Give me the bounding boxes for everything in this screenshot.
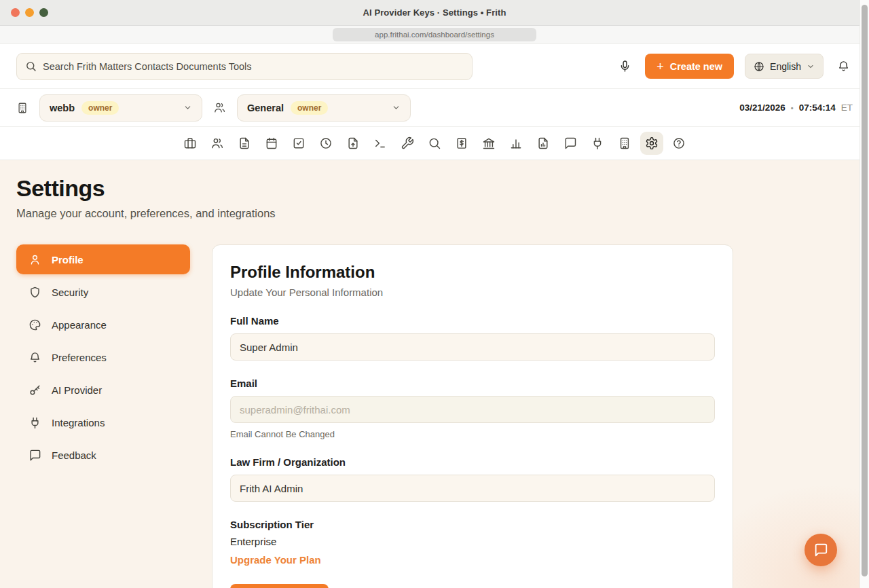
- minimize-window-button[interactable]: [25, 8, 34, 17]
- nav-contacts-button[interactable]: [206, 132, 229, 155]
- scrollbar-track[interactable]: [859, 0, 869, 588]
- global-search[interactable]: [16, 53, 473, 80]
- wrench-icon: [401, 136, 414, 150]
- clock-icon: [319, 136, 333, 150]
- nav-settings-button[interactable]: [640, 132, 663, 155]
- search-icon: [25, 60, 37, 72]
- sidebar-item-appearance[interactable]: Appearance: [16, 310, 190, 339]
- timezone-label: ET: [841, 103, 853, 113]
- group-selector[interactable]: General owner: [237, 94, 411, 122]
- context-bar: webb owner General owner 03/21/2026 • 07…: [0, 89, 869, 127]
- zoom-window-button[interactable]: [39, 8, 48, 17]
- notifications-button[interactable]: [834, 57, 853, 75]
- firm-selector[interactable]: webb owner: [39, 94, 202, 122]
- nav-terminal-button[interactable]: [369, 132, 392, 155]
- help-icon: [672, 136, 686, 150]
- users-icon: [210, 136, 224, 150]
- settings-sidebar: Profile Security Appearance Preferences …: [16, 244, 190, 473]
- nav-reports-button[interactable]: [532, 132, 555, 155]
- search-input[interactable]: [43, 61, 464, 72]
- shield-icon: [29, 286, 41, 299]
- nav-time-button[interactable]: [314, 132, 337, 155]
- check-square-icon: [292, 136, 306, 150]
- sidebar-item-label: AI Provider: [52, 384, 102, 396]
- nav-firm-button[interactable]: [613, 132, 636, 155]
- save-changes-button[interactable]: Save Changes: [230, 584, 329, 588]
- nav-calendar-button[interactable]: [260, 132, 283, 155]
- main-nav-toolbar: [0, 127, 869, 160]
- language-label: English: [770, 61, 801, 72]
- email-label: Email: [230, 378, 715, 389]
- close-window-button[interactable]: [11, 8, 20, 17]
- users-icon: [213, 101, 226, 114]
- sidebar-item-feedback[interactable]: Feedback: [16, 440, 190, 470]
- sidebar-item-integrations[interactable]: Integrations: [16, 407, 190, 437]
- user-icon: [29, 253, 41, 266]
- chevron-down-icon: [807, 62, 815, 71]
- address-pill[interactable]: app.frithai.com/dashboard/settings: [333, 28, 536, 41]
- email-helper-text: Email Cannot Be Changed: [230, 429, 715, 439]
- sidebar-item-label: Integrations: [52, 417, 105, 428]
- chat-fab-button[interactable]: [805, 534, 837, 566]
- calendar-icon: [265, 136, 278, 150]
- full-name-label: Full Name: [230, 315, 715, 327]
- group-role-badge: owner: [291, 101, 328, 115]
- terminal-icon: [373, 136, 387, 150]
- upgrade-plan-link[interactable]: Upgrade Your Plan: [230, 554, 321, 566]
- nav-documents-button[interactable]: [233, 132, 256, 155]
- microphone-button[interactable]: [616, 57, 634, 75]
- firm-name: webb: [50, 103, 75, 113]
- sidebar-item-preferences[interactable]: Preferences: [16, 342, 190, 372]
- sidebar-item-label: Feedback: [52, 449, 96, 461]
- plus-icon: +: [657, 60, 664, 73]
- profile-information-card: Profile Information Update Your Personal…: [212, 244, 733, 588]
- chevron-down-icon: [392, 103, 401, 112]
- nav-search-button[interactable]: [423, 132, 446, 155]
- nav-billing-button[interactable]: [450, 132, 473, 155]
- full-name-field[interactable]: [230, 333, 715, 361]
- create-new-button[interactable]: + Create new: [645, 54, 734, 79]
- email-field[interactable]: [230, 396, 715, 423]
- nav-briefcase-button[interactable]: [179, 132, 202, 155]
- nav-integrations-button[interactable]: [586, 132, 609, 155]
- nav-file-upload-button[interactable]: [341, 132, 365, 155]
- key-icon: [29, 384, 41, 397]
- nav-analytics-button[interactable]: [504, 132, 528, 155]
- sidebar-item-ai-provider[interactable]: AI Provider: [16, 375, 190, 405]
- message-icon: [29, 449, 41, 462]
- organization-field[interactable]: [230, 475, 715, 502]
- create-new-label: Create new: [670, 61, 722, 72]
- search-icon: [428, 136, 441, 150]
- document-icon: [238, 136, 251, 150]
- sidebar-item-label: Profile: [52, 254, 84, 265]
- briefcase-icon: [183, 136, 197, 150]
- bar-chart-icon: [509, 136, 523, 150]
- card-subtitle: Update Your Personal Information: [230, 287, 715, 298]
- nav-tasks-button[interactable]: [287, 132, 310, 155]
- date-value: 03/21/2026: [739, 103, 785, 113]
- time-value: 07:54:14: [799, 103, 836, 113]
- bell-icon: [837, 60, 850, 73]
- sidebar-item-profile[interactable]: Profile: [16, 244, 190, 274]
- invoice-icon: [455, 136, 468, 150]
- nav-chat-button[interactable]: [559, 132, 582, 155]
- file-up-icon: [346, 136, 360, 150]
- traffic-lights: [11, 0, 48, 25]
- dot-separator: •: [791, 104, 794, 112]
- plug-icon: [29, 416, 41, 429]
- sidebar-item-security[interactable]: Security: [16, 277, 190, 307]
- page-subtitle: Manage your account, preferences, and in…: [16, 207, 853, 220]
- report-icon: [536, 136, 550, 150]
- nav-tools-button[interactable]: [396, 132, 419, 155]
- sidebar-item-label: Appearance: [52, 319, 107, 331]
- nav-bank-button[interactable]: [477, 132, 500, 155]
- gear-icon: [645, 136, 659, 150]
- palette-icon: [29, 318, 41, 331]
- building-icon: [618, 136, 631, 150]
- building-icon: [16, 102, 29, 114]
- language-selector[interactable]: English: [745, 54, 824, 79]
- datetime-display: 03/21/2026 • 07:54:14 ET: [739, 103, 853, 113]
- window-titlebar: AI Provider Keys · Settings • Frith: [0, 0, 869, 26]
- nav-help-button[interactable]: [667, 132, 690, 155]
- scrollbar-thumb[interactable]: [862, 5, 868, 576]
